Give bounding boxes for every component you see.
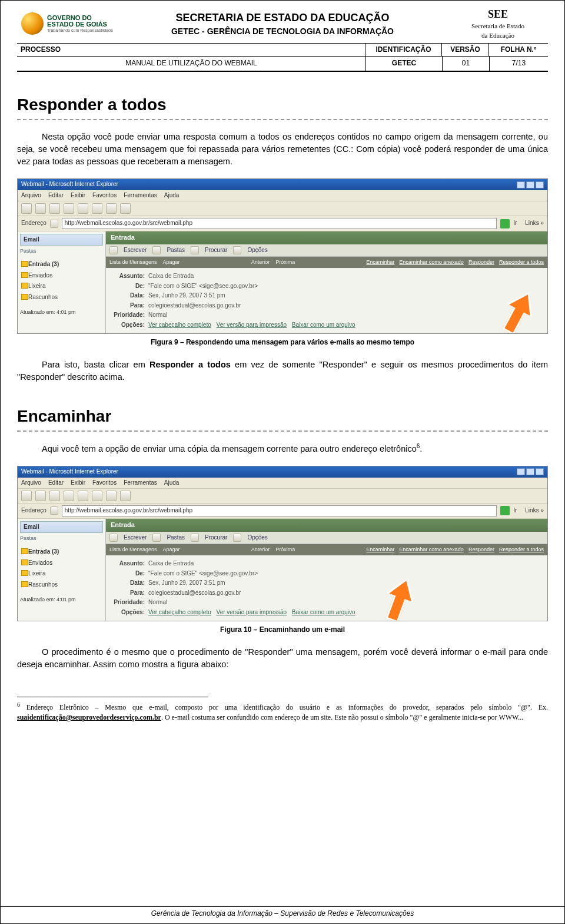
db-proxima[interactable]: Próxima: [275, 546, 295, 554]
opts-icon[interactable]: [233, 534, 241, 542]
refresh-icon[interactable]: [64, 203, 74, 214]
forward-icon[interactable]: [35, 203, 46, 214]
folder-rascunhos[interactable]: Rascunhos: [21, 292, 102, 303]
min-icon[interactable]: [517, 181, 525, 188]
opc-download[interactable]: Baixar como um arquivo: [292, 609, 355, 615]
meta-prio-l: Prioridade:: [112, 311, 145, 320]
go-label[interactable]: Ir: [513, 219, 517, 228]
go-icon[interactable]: [500, 219, 510, 228]
home-icon[interactable]: [78, 491, 88, 501]
act-opcoes[interactable]: Opções: [247, 534, 267, 542]
db-anterior[interactable]: Anterior: [251, 259, 270, 266]
url-input[interactable]: http://webmail.escolas.go.gov.br/src/web…: [62, 218, 497, 229]
history-icon[interactable]: [120, 203, 131, 214]
db-responder[interactable]: Responder: [468, 259, 494, 266]
go-label[interactable]: Ir: [513, 506, 517, 515]
addr-label: Endereço: [21, 506, 46, 515]
find-icon[interactable]: [191, 534, 199, 542]
menu-arquivo[interactable]: Arquivo: [21, 191, 41, 200]
search-icon[interactable]: [92, 491, 102, 501]
min-icon[interactable]: [517, 468, 525, 475]
act-escrever[interactable]: Escrever: [124, 534, 147, 542]
stop-icon[interactable]: [49, 203, 60, 214]
meta-assunto-l: Assunto:: [112, 272, 145, 281]
encaminhar-p1: Aqui você tem a opção de enviar uma cópi…: [17, 442, 548, 455]
db-lista[interactable]: Lista de Mensagens: [109, 259, 157, 266]
opc-impressao[interactable]: Ver versão para impressão: [217, 609, 287, 615]
side-pastas-label[interactable]: Pastas: [20, 246, 103, 257]
db-proxima[interactable]: Próxima: [275, 259, 295, 266]
opts-icon[interactable]: [233, 246, 241, 254]
db-encaminhar[interactable]: Encaminhar: [366, 259, 394, 266]
menu-ajuda[interactable]: Ajuda: [164, 479, 180, 488]
opc-cabecalho[interactable]: Ver cabeçalho completo: [148, 322, 211, 328]
menu-editar[interactable]: Editar: [48, 191, 64, 200]
db-encaminhar-anexo[interactable]: Encaminhar como anexado: [399, 259, 464, 266]
url-input[interactable]: http://webmail.escolas.go.gov.br/src/web…: [62, 505, 497, 516]
window-title: Webmail - Microsoft Internet Explorer: [21, 180, 118, 189]
act-pastas[interactable]: Pastas: [167, 246, 185, 255]
side-updated: Atualizado em: 4:01 pm: [20, 309, 103, 316]
menu-ferramentas[interactable]: Ferramentas: [124, 479, 157, 488]
folder-rascunhos[interactable]: Rascunhos: [21, 579, 102, 591]
folder-enviados[interactable]: Enviados: [21, 558, 102, 569]
proc-folha: 7/13: [489, 57, 548, 70]
home-icon[interactable]: [78, 203, 88, 214]
menu-exibir[interactable]: Exibir: [71, 191, 85, 200]
opc-cabecalho[interactable]: Ver cabeçalho completo: [148, 609, 211, 615]
forward-icon[interactable]: [35, 491, 46, 501]
stop-icon[interactable]: [49, 491, 60, 501]
search-icon[interactable]: [92, 203, 102, 214]
db-anterior[interactable]: Anterior: [251, 546, 270, 554]
menu-favoritos[interactable]: Favoritos: [92, 191, 117, 200]
db-encaminhar-anexo[interactable]: Encaminhar como anexado: [399, 546, 464, 554]
page-footer: Gerência de Tecnologia da Informação – S…: [1, 906, 564, 919]
menu-exibir[interactable]: Exibir: [71, 479, 85, 488]
folder-enviados[interactable]: Enviados: [21, 270, 102, 281]
refresh-icon[interactable]: [64, 491, 74, 501]
close-icon[interactable]: [536, 181, 544, 188]
opc-download[interactable]: Baixar como um arquivo: [292, 322, 355, 328]
act-pastas[interactable]: Pastas: [167, 534, 185, 542]
find-icon[interactable]: [191, 246, 199, 254]
browser-toolbar-2: [18, 488, 547, 504]
compose-icon[interactable]: [109, 534, 118, 542]
go-icon[interactable]: [500, 506, 510, 515]
folders-icon[interactable]: [152, 246, 161, 254]
folder-lixeira[interactable]: Lixeira: [21, 281, 102, 292]
db-apagar[interactable]: Apagar: [163, 546, 180, 554]
menu-favoritos[interactable]: Favoritos: [92, 479, 117, 488]
max-icon[interactable]: [526, 181, 534, 188]
menu-arquivo[interactable]: Arquivo: [21, 479, 41, 488]
db-responder-todos[interactable]: Responder a todos: [499, 259, 544, 266]
act-escrever[interactable]: Escrever: [124, 246, 147, 255]
back-icon[interactable]: [21, 203, 32, 214]
db-lista[interactable]: Lista de Mensagens: [109, 546, 157, 554]
act-procurar[interactable]: Procurar: [205, 534, 227, 542]
act-opcoes[interactable]: Opções: [247, 246, 267, 255]
back-icon[interactable]: [21, 491, 32, 501]
db-responder-todos[interactable]: Responder a todos: [499, 546, 544, 554]
folder-entrada[interactable]: Entrada (3): [21, 547, 102, 558]
proc-folha-label: FOLHA N.º: [489, 44, 548, 56]
favorites-icon[interactable]: [106, 491, 117, 501]
db-apagar[interactable]: Apagar: [163, 259, 180, 266]
folder-lixeira[interactable]: Lixeira: [21, 568, 102, 579]
history-icon[interactable]: [120, 491, 131, 501]
menu-ferramentas[interactable]: Ferramentas: [124, 191, 157, 200]
db-encaminhar[interactable]: Encaminhar: [366, 546, 394, 554]
menu-editar[interactable]: Editar: [48, 479, 64, 488]
max-icon[interactable]: [526, 468, 534, 475]
links-label[interactable]: Links »: [525, 219, 544, 228]
folder-entrada[interactable]: Entrada (3): [21, 259, 102, 270]
folders-icon[interactable]: [152, 534, 161, 542]
db-responder[interactable]: Responder: [468, 546, 494, 554]
menu-ajuda[interactable]: Ajuda: [164, 191, 180, 200]
links-label[interactable]: Links »: [525, 506, 544, 515]
act-procurar[interactable]: Procurar: [205, 246, 227, 255]
side-pastas-label[interactable]: Pastas: [20, 533, 103, 544]
favorites-icon[interactable]: [106, 203, 117, 214]
compose-icon[interactable]: [109, 246, 118, 254]
close-icon[interactable]: [536, 468, 544, 475]
opc-impressao[interactable]: Ver versão para impressão: [217, 322, 287, 328]
